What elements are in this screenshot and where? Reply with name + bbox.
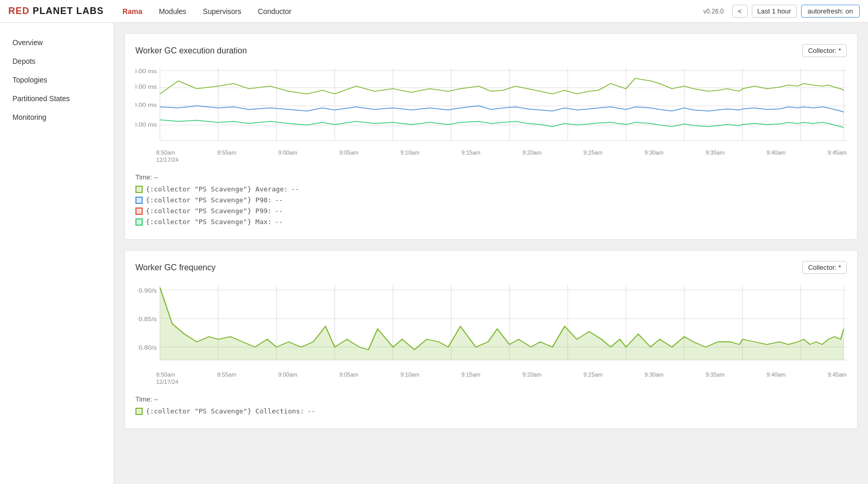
x-freq-label-2: 9:00am: [278, 371, 297, 378]
version-badge: v0.26.0: [699, 7, 728, 16]
legend-value-collections: --: [307, 407, 315, 415]
x-label-11: 9:45am: [828, 149, 847, 156]
gc-frequency-card: Worker GC frequency Collector: * .grid-l…: [125, 250, 858, 429]
legend-box-p99: [135, 208, 143, 215]
gc-frequency-legend: Time: -- {:collector "PS Scavenge"} Coll…: [135, 391, 847, 415]
legend-label-p90: {:collector "PS Scavenge"} P90:: [146, 196, 272, 204]
x-label-1: 8:55am: [217, 149, 237, 156]
nav-links: Rama Modules Supervisors Conductor: [114, 0, 300, 23]
x-label-9: 9:35am: [706, 149, 725, 156]
x-label-5: 9:15am: [461, 149, 480, 156]
sidebar-item-overview[interactable]: Overview: [0, 33, 114, 52]
legend-box-max: [135, 218, 143, 226]
x-label-8: 9:30am: [644, 149, 664, 156]
nav-rama[interactable]: Rama: [114, 0, 150, 23]
svg-text:0.90/s: 0.90/s: [139, 287, 157, 294]
legend-item-p99: {:collector "PS Scavenge"} P99: --: [135, 207, 847, 215]
legend-value-max: --: [275, 218, 283, 226]
sidebar-item-monitoring[interactable]: Monitoring: [0, 108, 114, 127]
gc-duration-x-date: 12/17/24: [135, 157, 847, 163]
gc-duration-collector-btn[interactable]: Collector: *: [802, 44, 847, 57]
legend-box-avg: [135, 186, 143, 193]
x-freq-label-5: 9:15am: [461, 371, 480, 378]
x-freq-label-1: 8:55am: [217, 371, 237, 378]
x-label-10: 9:40am: [767, 149, 786, 156]
gc-frequency-chart: .grid-line { stroke: #e0e0e0; stroke-wid…: [135, 282, 847, 365]
logo-accent: RED: [8, 6, 30, 16]
legend-item-avg: {:collector "PS Scavenge"} Average: --: [135, 185, 847, 193]
gc-duration-legend: Time: -- {:collector "PS Scavenge"} Aver…: [135, 169, 847, 226]
x-freq-label-3: 9:05am: [339, 371, 359, 378]
x-freq-label-4: 9:10am: [401, 371, 420, 378]
nav-conductor[interactable]: Conductor: [250, 0, 300, 23]
svg-text:40.00 ms: 40.00 ms: [135, 102, 157, 108]
x-freq-label-10: 9:40am: [767, 371, 786, 378]
x-label-6: 9:20am: [522, 149, 542, 156]
legend-item-collections: {:collector "PS Scavenge"} Collections: …: [135, 407, 847, 415]
x-freq-label-8: 9:30am: [644, 371, 664, 378]
sidebar-item-topologies[interactable]: Topologies: [0, 71, 114, 89]
legend-value-p90: --: [275, 196, 283, 204]
sidebar-item-partitioned-states[interactable]: Partitioned States: [0, 89, 114, 108]
svg-text:0.80/s: 0.80/s: [139, 344, 157, 351]
sidebar: Overview Depots Topologies Partitioned S…: [0, 23, 114, 484]
gc-frequency-x-axis: 8:50am 8:55am 9:00am 9:05am 9:10am 9:15a…: [135, 369, 847, 378]
legend-label-collections: {:collector "PS Scavenge"} Collections:: [146, 407, 304, 415]
legend-label-avg: {:collector "PS Scavenge"} Average:: [146, 185, 288, 193]
svg-text:50.00 ms: 50.00 ms: [135, 84, 157, 90]
svg-text:30.00 ms: 30.00 ms: [135, 121, 157, 128]
legend-box-collections: [135, 408, 143, 415]
nav-right: v0.26.0 < Last 1 hour autorefresh: on: [699, 5, 860, 18]
top-nav: RED PLANET LABS Rama Modules Supervisors…: [0, 0, 868, 23]
back-button[interactable]: <: [732, 5, 748, 18]
autorefresh-button[interactable]: autorefresh: on: [801, 5, 860, 18]
svg-text:60.00 ms: 60.00 ms: [135, 68, 157, 75]
x-label-2: 9:00am: [278, 149, 297, 156]
logo: RED PLANET LABS: [8, 6, 104, 17]
nav-modules[interactable]: Modules: [150, 0, 195, 23]
gc-frequency-time: Time: --: [135, 395, 847, 403]
x-freq-label-9: 9:35am: [706, 371, 725, 378]
x-freq-label-6: 9:20am: [522, 371, 542, 378]
gc-duration-title: Worker GC execution duration: [135, 46, 247, 56]
main-content: Worker GC execution duration Collector: …: [114, 23, 868, 484]
gc-frequency-title: Worker GC frequency: [135, 263, 215, 272]
gc-duration-time: Time: --: [135, 173, 847, 181]
legend-label-p99: {:collector "PS Scavenge"} P99:: [146, 207, 272, 215]
main-layout: Overview Depots Topologies Partitioned S…: [0, 23, 868, 484]
legend-label-max: {:collector "PS Scavenge"} Max:: [146, 218, 272, 226]
legend-value-avg: --: [291, 185, 299, 193]
x-label-0: 8:50am: [156, 149, 175, 156]
nav-supervisors[interactable]: Supervisors: [195, 0, 250, 23]
x-label-7: 9:25am: [584, 149, 603, 156]
time-range-button[interactable]: Last 1 hour: [752, 5, 797, 18]
legend-item-p90: {:collector "PS Scavenge"} P90: --: [135, 196, 847, 204]
gc-frequency-collector-btn[interactable]: Collector: *: [802, 261, 847, 274]
legend-item-max: {:collector "PS Scavenge"} Max: --: [135, 218, 847, 226]
gc-duration-card: Worker GC execution duration Collector: …: [125, 33, 858, 240]
gc-duration-header: Worker GC execution duration Collector: …: [135, 44, 847, 57]
legend-box-p90: [135, 197, 143, 204]
svg-text:0.85/s: 0.85/s: [139, 316, 157, 323]
legend-value-p99: --: [275, 207, 283, 215]
x-freq-label-11: 9:45am: [828, 371, 847, 378]
gc-frequency-header: Worker GC frequency Collector: *: [135, 261, 847, 274]
gc-duration-x-axis: 8:50am 8:55am 9:00am 9:05am 9:10am 9:15a…: [135, 147, 847, 156]
x-label-3: 9:05am: [339, 149, 359, 156]
x-freq-label-0: 8:50am: [156, 371, 175, 378]
x-label-4: 9:10am: [401, 149, 420, 156]
x-freq-label-7: 9:25am: [584, 371, 603, 378]
svg-marker-42: [160, 287, 844, 360]
gc-frequency-x-date: 12/17/24: [135, 379, 847, 385]
sidebar-item-depots[interactable]: Depots: [0, 52, 114, 71]
gc-duration-chart: .grid-line { stroke: #e0e0e0; stroke-wid…: [135, 65, 847, 143]
